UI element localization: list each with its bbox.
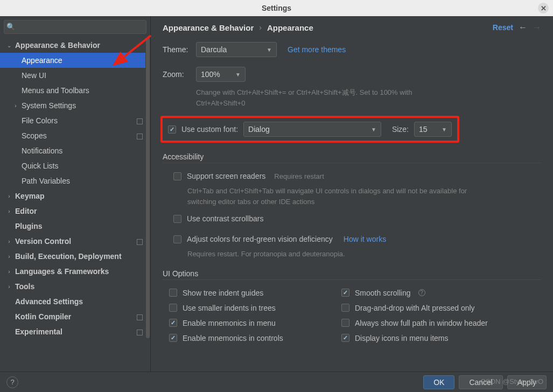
settings-tree[interactable]: ⌄Appearance & BehaviorAppearanceNew UIMe… (0, 38, 150, 372)
chevron-icon: ⌄ (5, 43, 13, 48)
chevron-icon: › (5, 193, 13, 199)
dialog-footer: ? OK Cancel Apply (0, 372, 553, 392)
option-label: Smooth scrolling (355, 289, 411, 297)
custom-font-highlight: Use custom font: Dialog ▼ Size: 15 ▼ (160, 116, 459, 143)
option-label: Enable mnemonics in menu (183, 319, 276, 327)
sidebar-item[interactable]: ›Languages & Frameworks (0, 264, 150, 279)
sidebar-item-label: Tools (15, 282, 34, 291)
sidebar-item[interactable]: Plugins (0, 219, 150, 234)
custom-font-label: Use custom font: (181, 125, 238, 134)
help-icon[interactable]: ? (6, 376, 18, 388)
sidebar-item[interactable]: Advanced Settings (0, 294, 150, 309)
close-icon[interactable]: ✕ (538, 3, 549, 13)
help-icon[interactable]: ? (418, 289, 425, 296)
project-scope-icon (137, 314, 143, 320)
option-label: Display icons in menu items (355, 334, 449, 342)
option-checkbox[interactable] (341, 304, 349, 312)
sidebar-item[interactable]: Scopes (0, 128, 150, 143)
sidebar-item[interactable]: ›Editor (0, 204, 150, 219)
option-checkbox[interactable] (169, 289, 177, 297)
back-icon[interactable]: ← (519, 23, 527, 32)
chevron-icon: › (5, 254, 13, 260)
sidebar-item-label: Version Control (15, 237, 71, 246)
option-checkbox[interactable] (341, 289, 349, 297)
breadcrumb-parent[interactable]: Appearance & Behavior (163, 23, 254, 32)
font-size-dropdown[interactable]: 15 ▼ (414, 122, 452, 137)
sidebar-item-label: Path Variables (22, 177, 70, 185)
sidebar-item[interactable]: ›Build, Execution, Deployment (0, 249, 150, 264)
zoom-hint: Change with Ctrl+Alt+Shift+= or Ctrl+Alt… (196, 87, 454, 108)
option-checkbox[interactable] (169, 304, 177, 312)
option-checkbox[interactable] (169, 334, 177, 342)
sidebar-item-label: Kotlin Compiler (15, 312, 71, 321)
sidebar-item[interactable]: Notifications (0, 143, 150, 158)
search-icon: 🔍 (6, 23, 15, 31)
sidebar-item[interactable]: ›Tools (0, 279, 150, 294)
chevron-down-icon: ▼ (235, 72, 241, 78)
adjust-colors-label: Adjust colors for red-green vision defic… (187, 235, 333, 243)
accessibility-section: Accessibility (163, 152, 541, 163)
watermark: CSDN @Style_OvO (481, 377, 544, 386)
zoom-dropdown[interactable]: 100% ▼ (196, 67, 246, 82)
sidebar-scrollbar[interactable] (145, 38, 150, 372)
option-label: Drag-and-drop with Alt pressed only (355, 304, 475, 312)
option-label: Enable mnemonics in controls (183, 334, 283, 342)
option-checkbox[interactable] (169, 319, 177, 327)
sidebar-item-label: Languages & Frameworks (15, 267, 109, 276)
sidebar-item-label: Scopes (22, 131, 47, 140)
how-it-works-link[interactable]: How it works (344, 235, 386, 243)
title-bar: Settings ✕ (0, 0, 553, 16)
option-label: Use smaller indents in trees (183, 304, 276, 312)
sidebar-item[interactable]: Appearance (0, 53, 150, 68)
ok-button[interactable]: OK (423, 375, 454, 389)
sidebar-item[interactable]: ›Keymap (0, 188, 150, 204)
chevron-icon: › (12, 103, 19, 109)
chevron-icon: › (5, 269, 13, 275)
screen-readers-checkbox[interactable] (173, 172, 181, 180)
sidebar-item[interactable]: Path Variables (0, 173, 150, 188)
breadcrumb: Appearance & Behavior › Appearance Reset… (163, 23, 541, 32)
option-checkbox[interactable] (341, 334, 349, 342)
sidebar-item-label: Appearance & Behavior (15, 41, 100, 50)
zoom-label: Zoom: (163, 70, 191, 79)
ui-options-section: UI Options (163, 269, 541, 280)
project-scope-icon (137, 118, 143, 124)
screen-readers-label: Support screen readers (187, 172, 265, 180)
sidebar-item[interactable]: File Colors (0, 113, 150, 128)
breadcrumb-current: Appearance (267, 23, 313, 32)
chevron-icon: › (5, 208, 13, 214)
option-label: Always show full path in window header (355, 319, 488, 327)
sidebar-item[interactable]: ›System Settings (0, 98, 150, 113)
window-title: Settings (262, 4, 291, 12)
sidebar-item-label: Plugins (15, 222, 43, 230)
chevron-down-icon: ▼ (442, 127, 447, 132)
sidebar-item[interactable]: Experimental (0, 324, 150, 339)
chevron-down-icon: ▼ (267, 47, 272, 53)
option-checkbox[interactable] (341, 319, 349, 327)
adjust-colors-desc: Requires restart. For protanopia and deu… (187, 249, 467, 260)
settings-sidebar: 🔍 ⌄Appearance & BehaviorAppearanceNew UI… (0, 16, 151, 372)
sidebar-item-label: Editor (15, 207, 37, 215)
contrast-scrollbars-label: Use contrast scrollbars (187, 214, 263, 223)
font-name-dropdown[interactable]: Dialog ▼ (243, 122, 381, 137)
sidebar-item[interactable]: New UI (0, 68, 150, 83)
sidebar-item-label: Appearance (22, 56, 62, 65)
sidebar-item[interactable]: Quick Lists (0, 158, 150, 173)
chevron-icon: › (5, 239, 13, 244)
project-scope-icon (137, 239, 143, 245)
contrast-scrollbars-checkbox[interactable] (173, 215, 181, 223)
search-input[interactable] (4, 20, 146, 34)
sidebar-item[interactable]: ⌄Appearance & Behavior (0, 38, 150, 53)
settings-content: Appearance & Behavior › Appearance Reset… (151, 16, 553, 372)
adjust-colors-checkbox[interactable] (173, 235, 181, 243)
option-label: Show tree indent guides (183, 289, 263, 297)
reset-link[interactable]: Reset (493, 23, 513, 32)
sidebar-item[interactable]: ›Version Control (0, 234, 150, 249)
sidebar-item[interactable]: Menus and Toolbars (0, 83, 150, 98)
forward-icon: → (533, 23, 541, 32)
theme-dropdown[interactable]: Darcula ▼ (196, 42, 277, 57)
sidebar-item[interactable]: Kotlin Compiler (0, 309, 150, 324)
get-themes-link[interactable]: Get more themes (288, 45, 346, 54)
custom-font-checkbox[interactable] (168, 125, 176, 134)
requires-restart-label: Requires restart (274, 172, 324, 180)
